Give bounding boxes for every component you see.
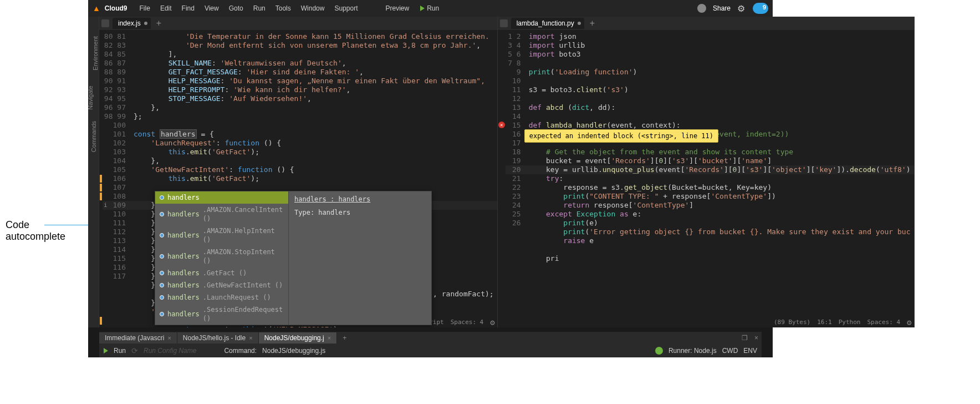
autocomplete-popup[interactable]: handlershandlers.AMAZON.CancelIntent ()h… — [155, 191, 432, 325]
command-value[interactable]: NodeJS/debugging.js — [262, 347, 325, 355]
panel-layout-icon[interactable]: ❐ — [738, 334, 751, 342]
right-editor[interactable]: ✕ 1 2 3 4 5 6 7 8 9 10 11 12 13 14 15 16… — [498, 30, 914, 327]
autocomplete-list[interactable]: handlershandlers.AMAZON.CancelIntent ()h… — [155, 191, 288, 325]
avatar[interactable] — [697, 4, 706, 13]
runner-select[interactable]: Runner: Node.js — [668, 347, 717, 355]
run-config-input[interactable]: Run Config Name — [144, 347, 196, 355]
cloud9-icon[interactable] — [753, 3, 768, 14]
menubar: ▲ Cloud9 File Edit Find View Goto Run To… — [88, 0, 773, 17]
left-pane: index.js + i 80 81 82 83 84 85 86 87 88 … — [99, 17, 498, 327]
refresh-icon[interactable]: ⟳ — [131, 346, 138, 355]
run-bar: Run ⟳ Run Config Name Command: NodeJS/de… — [99, 344, 762, 357]
menu-tools[interactable]: Tools — [271, 2, 295, 14]
menu-goto[interactable]: Goto — [224, 2, 248, 14]
right-statusbar: (89 Bytes) 16:1 Python Spaces: 4 ⚙ — [774, 317, 912, 327]
cursor-pos: 16:1 — [817, 318, 832, 327]
autocomplete-item[interactable]: handlers — [155, 191, 288, 204]
runner-icon — [655, 347, 663, 355]
rail-navigate[interactable]: Navigate — [87, 85, 94, 109]
ide-window: ▲ Cloud9 File Edit Find View Goto Run To… — [88, 0, 773, 357]
autocomplete-item[interactable]: handlers.AMAZON.StopIntent () — [155, 246, 288, 267]
run-label[interactable]: Run — [114, 347, 126, 355]
dirty-dot — [578, 22, 581, 25]
left-rail: Environment Navigate Commands — [88, 17, 99, 327]
new-tab-button[interactable]: + — [585, 18, 599, 28]
lint-hint: expected an indented block (<string>, li… — [524, 129, 718, 143]
right-tabbar: lambda_function.py + — [498, 17, 914, 30]
warning-icon: ▲ — [93, 4, 100, 13]
menu-edit[interactable]: Edit — [156, 2, 176, 14]
rail-commands[interactable]: Commands — [90, 121, 97, 152]
autocomplete-item[interactable]: handlers.SessionEndedRequest () — [155, 304, 288, 325]
autocomplete-item[interactable]: handlers.LaunchRequest () — [155, 291, 288, 304]
file-size: (89 Bytes) — [774, 318, 810, 327]
command-label: Command: — [224, 347, 257, 355]
indent-mode[interactable]: Spaces: 4 — [867, 318, 900, 327]
run-button[interactable]: Run — [416, 2, 443, 14]
bottom-tabs: Immediate (Javascri× NodeJS/hello.js - I… — [99, 332, 762, 344]
right-pane: lambda_function.py + ✕ 1 2 3 4 5 6 7 8 9… — [498, 17, 915, 327]
play-icon — [420, 6, 425, 11]
btab-hello[interactable]: NodeJS/hello.js - Idle× — [177, 332, 259, 344]
editor-settings-icon[interactable]: ⚙ — [490, 318, 494, 327]
preview-button[interactable]: Preview — [380, 2, 415, 14]
pane-menu-icon[interactable] — [500, 19, 508, 27]
editor-panes: index.js + i 80 81 82 83 84 85 86 87 88 … — [99, 17, 762, 327]
indent-mode[interactable]: Spaces: 4 — [451, 318, 484, 327]
settings-icon[interactable]: ⚙ — [737, 3, 745, 14]
play-icon — [104, 348, 108, 354]
autocomplete-info: handlers : handlers Type: handlers — [288, 191, 431, 325]
new-btab-button[interactable]: + — [337, 334, 352, 342]
pane-menu-icon[interactable] — [101, 19, 109, 27]
error-icon[interactable]: ✕ — [498, 122, 505, 128]
annot-code-autocomplete: Code autocomplete — [6, 219, 65, 243]
autocomplete-item[interactable]: handlers.AMAZON.HelpIntent () — [155, 225, 288, 246]
autocomplete-item[interactable]: handlers.AMAZON.CancelIntent () — [155, 204, 288, 225]
tab-lambda-py[interactable]: lambda_function.py — [511, 18, 584, 29]
dirty-dot — [144, 22, 147, 25]
menu-file[interactable]: File — [135, 2, 155, 14]
panel-close-icon[interactable]: × — [751, 334, 762, 342]
autocomplete-item[interactable]: handlers.GetNewFactIntent () — [155, 279, 288, 291]
env-button[interactable]: ENV — [743, 347, 757, 355]
tab-index-js[interactable]: index.js — [113, 18, 151, 29]
menu-support[interactable]: Support — [330, 2, 362, 14]
left-tabbar: index.js + — [99, 17, 497, 30]
btab-debugging[interactable]: NodeJS/debugging.j× — [259, 332, 338, 344]
editor-settings-icon[interactable]: ⚙ — [907, 318, 911, 327]
new-tab-button[interactable]: + — [152, 18, 166, 28]
menu-view[interactable]: View — [200, 2, 223, 14]
btab-immediate[interactable]: Immediate (Javascri× — [99, 332, 177, 344]
brand[interactable]: Cloud9 — [105, 4, 127, 12]
rail-environment[interactable]: Environment — [92, 36, 99, 70]
cwd-button[interactable]: CWD — [722, 347, 738, 355]
menu-window[interactable]: Window — [297, 2, 329, 14]
left-editor[interactable]: i 80 81 82 83 84 85 86 87 88 89 90 91 92… — [99, 30, 497, 327]
autocomplete-item[interactable]: handlers.GetFact () — [155, 267, 288, 279]
menu-run[interactable]: Run — [249, 2, 270, 14]
menu-find[interactable]: Find — [177, 2, 199, 14]
share-button[interactable]: Share — [713, 4, 731, 12]
lang-mode[interactable]: Python — [839, 318, 861, 327]
